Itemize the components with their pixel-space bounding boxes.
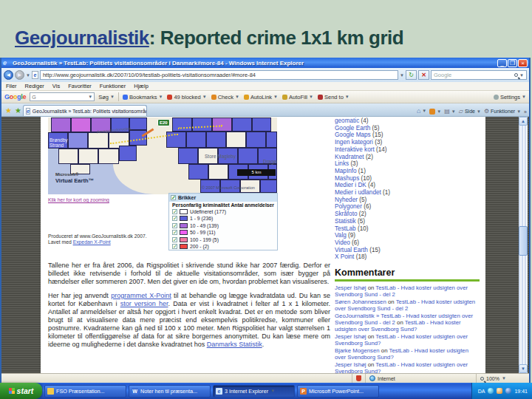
- crime-grid-cell[interactable]: [98, 149, 119, 164]
- home-button[interactable]: ⌂▼: [417, 107, 426, 115]
- scrollbar-thumb[interactable]: [519, 226, 528, 256]
- article-link[interactable]: programmet X-Point: [111, 292, 171, 299]
- crime-grid-cell[interactable]: [119, 146, 137, 161]
- crime-grid-cell[interactable]: [208, 164, 228, 180]
- slide-title-hyperlink[interactable]: Geojournalistik: [15, 27, 149, 49]
- category-link[interactable]: Kvadratnet (2): [335, 154, 480, 161]
- menu-favoritter[interactable]: Favoritter: [68, 83, 92, 89]
- legend-checkbox[interactable]: ✓: [172, 237, 177, 242]
- start-button[interactable]: start: [0, 383, 42, 399]
- scroll-down-arrow[interactable]: ▼: [519, 364, 528, 373]
- menu-funktioner[interactable]: Funktioner: [100, 83, 126, 89]
- zoom-pane[interactable]: 100% ▼: [476, 374, 529, 383]
- taskbar-task-word[interactable]: WNoter hen til præsenta...: [129, 385, 211, 398]
- crime-grid-cell[interactable]: [260, 180, 277, 193]
- category-link[interactable]: Skråfoto (2): [335, 211, 480, 218]
- crime-grid-cell[interactable]: [246, 132, 266, 148]
- crime-grid-cell[interactable]: [186, 132, 206, 148]
- crime-grid-cell[interactable]: [238, 148, 258, 164]
- crime-grid-cell[interactable]: [178, 148, 198, 164]
- category-link[interactable]: Medier i DK (4): [335, 182, 480, 189]
- vertical-scrollbar[interactable]: ▲ ▼: [519, 117, 528, 373]
- article-link[interactable]: stor version her: [120, 300, 168, 307]
- category-link[interactable]: Google Earth (5): [335, 125, 480, 132]
- category-link[interactable]: TestLab (10): [335, 225, 480, 233]
- google-toolbar-check[interactable]: Check▼: [211, 94, 239, 100]
- legend-checkbox[interactable]: ✓: [172, 223, 177, 228]
- search-input[interactable]: Google ▼: [431, 70, 527, 80]
- crime-grid-cell[interactable]: [58, 149, 78, 164]
- category-link[interactable]: Polygoner (6): [335, 203, 480, 211]
- scroll-up-arrow[interactable]: ▲: [519, 117, 528, 126]
- menu-vis[interactable]: Vis: [52, 83, 60, 89]
- page-menu-button[interactable]: ▱Side▼: [459, 108, 481, 115]
- legend-checkbox[interactable]: ✓: [172, 230, 177, 235]
- layer-checkbox[interactable]: ✓: [171, 195, 176, 200]
- category-link[interactable]: Nyheder (5): [335, 197, 480, 204]
- crime-grid-cell[interactable]: [266, 132, 277, 148]
- menu-hjælp[interactable]: Hjælp: [134, 83, 149, 89]
- add-favorite-icon[interactable]: ★: [15, 106, 21, 116]
- category-link[interactable]: Ingen kategori (3): [335, 139, 480, 146]
- category-link[interactable]: X Point (18): [335, 253, 480, 261]
- category-link[interactable]: Mashups (10): [335, 175, 480, 183]
- legend-checkbox[interactable]: ✓: [172, 209, 177, 214]
- category-link[interactable]: Video (6): [335, 239, 480, 247]
- crime-grid-cell[interactable]: [129, 117, 147, 130]
- crime-grid-cell[interactable]: [188, 164, 208, 180]
- crime-grid-cell[interactable]: [88, 132, 109, 149]
- tray-network-icon[interactable]: [488, 388, 494, 394]
- url-dropdown-icon[interactable]: ▼: [400, 73, 404, 78]
- crime-map[interactable]: E20 Brøndby Strand Amagermotorvejen Stor…: [48, 117, 277, 194]
- history-dropdown-icon[interactable]: ▼: [26, 73, 30, 78]
- zoom-dropdown-icon[interactable]: ▼: [502, 376, 506, 381]
- category-link[interactable]: Interaktive kort (14): [335, 146, 480, 154]
- category-link[interactable]: Google Maps (15): [335, 132, 480, 139]
- browser-tab[interactable]: e GeoJournalistik » TestLab: Politiets v…: [23, 105, 147, 116]
- comment-author-link[interactable]: Jesper Ishøj: [335, 284, 366, 291]
- close-button[interactable]: ×: [518, 59, 528, 67]
- comment-author-link[interactable]: Jesper Ishøj: [335, 333, 366, 340]
- crime-grid-cell[interactable]: [226, 132, 246, 148]
- minimize-button[interactable]: _: [497, 59, 507, 67]
- tools-menu-button[interactable]: ⚙Funktioner▼: [484, 108, 521, 115]
- forward-button[interactable]: ►: [15, 70, 24, 80]
- category-link[interactable]: MapInfo (1): [335, 168, 480, 175]
- comment-author-link[interactable]: Søren Johannessen: [335, 299, 386, 305]
- category-link[interactable]: Medier i udlandet (1): [335, 189, 480, 197]
- tray-messenger-icon[interactable]: [505, 388, 511, 394]
- favorites-center-icon[interactable]: ★: [5, 106, 12, 116]
- google-toolbar-send-to[interactable]: Send to▼: [318, 94, 349, 100]
- feeds-button[interactable]: ▼: [429, 109, 441, 115]
- google-toolbar-bookmarks[interactable]: Bookmarks▼: [123, 94, 163, 100]
- xpoint-link[interactable]: Expedan X-Point: [73, 239, 111, 245]
- crime-grid-cell[interactable]: [192, 117, 212, 132]
- google-toolbar-49-blocked[interactable]: 49 blocked▼: [167, 94, 206, 100]
- taskbar-task-folder[interactable]: FSO Præsentation...: [44, 385, 126, 398]
- legend-checkbox[interactable]: ✓: [172, 244, 177, 249]
- google-search-dropdown-icon[interactable]: ▼: [88, 95, 92, 99]
- category-link[interactable]: Valg (9): [335, 232, 480, 239]
- url-input[interactable]: http://www.geojournalistik.dk/2007/10/09…: [40, 70, 398, 80]
- taskbar-task-ppt[interactable]: PMicrosoft PowerPoint...: [297, 385, 379, 398]
- window-titlebar[interactable]: e GeoJournalistik » TestLab: Politiets v…: [1, 58, 529, 68]
- menu-filer[interactable]: Filer: [6, 83, 17, 89]
- crime-grid-cell[interactable]: [206, 132, 226, 148]
- google-search-input[interactable]: G ▼: [30, 92, 95, 101]
- toolbar-overflow-chevron[interactable]: »: [524, 109, 527, 115]
- crime-grid-cell[interactable]: [51, 117, 71, 132]
- legend-checkbox[interactable]: ✓: [172, 216, 177, 221]
- crime-grid-cell[interactable]: [172, 117, 192, 132]
- category-link[interactable]: Virtual Earth (15): [335, 247, 480, 254]
- crime-grid-cell[interactable]: [252, 117, 271, 132]
- category-link[interactable]: geomatic (4): [335, 117, 480, 125]
- security-report-pane[interactable]: [352, 374, 365, 383]
- refresh-button[interactable]: ↻: [406, 70, 417, 80]
- print-button[interactable]: ▤▼: [444, 108, 456, 115]
- stop-button[interactable]: ✕: [418, 70, 429, 80]
- comment-author-link[interactable]: Bjarke Mogensen: [335, 347, 380, 354]
- taskbar-task-ie[interactable]: e3 Internet Explorer▼: [213, 385, 295, 398]
- crime-grid-cell[interactable]: [71, 117, 91, 132]
- category-link[interactable]: Statistik (5): [335, 218, 480, 225]
- menu-rediger[interactable]: Rediger: [25, 83, 44, 89]
